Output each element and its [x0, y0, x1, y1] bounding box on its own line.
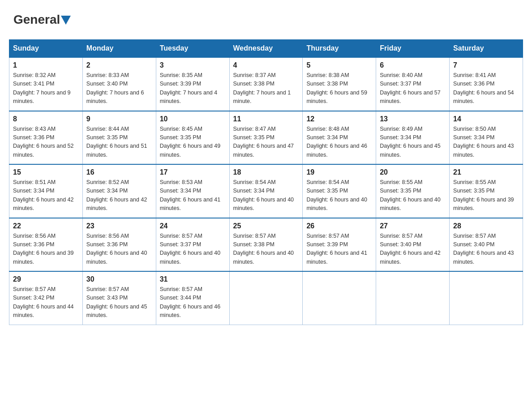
calendar-cell [303, 271, 376, 325]
header-friday: Friday [376, 40, 450, 58]
day-info: Sunrise: 8:43 AMSunset: 3:36 PMDaylight:… [13, 125, 79, 160]
calendar-cell: 23 Sunrise: 8:56 AMSunset: 3:36 PMDaylig… [82, 218, 156, 272]
header-saturday: Saturday [450, 40, 523, 58]
calendar-cell: 1 Sunrise: 8:32 AMSunset: 3:41 PMDayligh… [9, 57, 83, 111]
day-number: 8 [13, 115, 79, 123]
day-number: 9 [86, 115, 152, 123]
day-number: 19 [306, 168, 372, 176]
calendar-cell: 31 Sunrise: 8:57 AMSunset: 3:44 PMDaylig… [156, 271, 229, 325]
day-info: Sunrise: 8:57 AMSunset: 3:37 PMDaylight:… [160, 232, 226, 267]
calendar-cell: 30 Sunrise: 8:57 AMSunset: 3:43 PMDaylig… [82, 271, 156, 325]
calendar-table: SundayMondayTuesdayWednesdayThursdayFrid… [9, 39, 523, 325]
calendar-cell: 24 Sunrise: 8:57 AMSunset: 3:37 PMDaylig… [156, 218, 229, 272]
svg-marker-0 [61, 16, 71, 25]
calendar-cell: 22 Sunrise: 8:56 AMSunset: 3:36 PMDaylig… [9, 218, 83, 272]
day-number: 28 [453, 222, 519, 230]
week-row-5: 29 Sunrise: 8:57 AMSunset: 3:42 PMDaylig… [9, 271, 523, 325]
day-info: Sunrise: 8:33 AMSunset: 3:40 PMDaylight:… [86, 71, 152, 106]
day-info: Sunrise: 8:51 AMSunset: 3:34 PMDaylight:… [13, 178, 79, 213]
day-info: Sunrise: 8:57 AMSunset: 3:40 PMDaylight:… [380, 232, 446, 267]
day-info: Sunrise: 8:55 AMSunset: 3:35 PMDaylight:… [380, 178, 446, 213]
calendar-cell: 10 Sunrise: 8:45 AMSunset: 3:35 PMDaylig… [156, 111, 229, 165]
logo-text-general: General [13, 13, 60, 26]
calendar-cell: 28 Sunrise: 8:57 AMSunset: 3:40 PMDaylig… [450, 218, 523, 272]
day-info: Sunrise: 8:57 AMSunset: 3:43 PMDaylight:… [86, 285, 152, 320]
calendar-cell: 17 Sunrise: 8:53 AMSunset: 3:34 PMDaylig… [156, 164, 229, 218]
day-info: Sunrise: 8:37 AMSunset: 3:38 PMDaylight:… [233, 71, 299, 106]
day-number: 10 [160, 115, 226, 123]
calendar-cell: 21 Sunrise: 8:55 AMSunset: 3:35 PMDaylig… [450, 164, 523, 218]
day-number: 4 [233, 61, 299, 69]
day-info: Sunrise: 8:48 AMSunset: 3:34 PMDaylight:… [306, 125, 372, 160]
calendar-cell: 29 Sunrise: 8:57 AMSunset: 3:42 PMDaylig… [9, 271, 83, 325]
calendar-cell: 6 Sunrise: 8:40 AMSunset: 3:37 PMDayligh… [376, 57, 450, 111]
day-number: 25 [233, 222, 299, 230]
day-info: Sunrise: 8:49 AMSunset: 3:34 PMDaylight:… [380, 125, 446, 160]
week-row-2: 8 Sunrise: 8:43 AMSunset: 3:36 PMDayligh… [9, 111, 523, 165]
day-number: 3 [160, 61, 226, 69]
day-info: Sunrise: 8:57 AMSunset: 3:40 PMDaylight:… [453, 232, 519, 267]
day-number: 18 [233, 168, 299, 176]
day-number: 14 [453, 115, 519, 123]
day-number: 30 [86, 275, 152, 283]
day-info: Sunrise: 8:38 AMSunset: 3:38 PMDaylight:… [306, 71, 372, 106]
day-info: Sunrise: 8:57 AMSunset: 3:42 PMDaylight:… [13, 285, 79, 320]
day-number: 6 [380, 61, 446, 69]
day-info: Sunrise: 8:32 AMSunset: 3:41 PMDaylight:… [13, 71, 79, 106]
week-row-3: 15 Sunrise: 8:51 AMSunset: 3:34 PMDaylig… [9, 164, 523, 218]
calendar-cell: 27 Sunrise: 8:57 AMSunset: 3:40 PMDaylig… [376, 218, 450, 272]
calendar-cell: 25 Sunrise: 8:57 AMSunset: 3:38 PMDaylig… [229, 218, 303, 272]
calendar-cell: 16 Sunrise: 8:52 AMSunset: 3:34 PMDaylig… [82, 164, 156, 218]
day-number: 20 [380, 168, 446, 176]
week-row-1: 1 Sunrise: 8:32 AMSunset: 3:41 PMDayligh… [9, 57, 523, 111]
day-number: 5 [306, 61, 372, 69]
day-number: 21 [453, 168, 519, 176]
day-number: 7 [453, 61, 519, 69]
calendar-cell: 12 Sunrise: 8:48 AMSunset: 3:34 PMDaylig… [303, 111, 376, 165]
header-sunday: Sunday [9, 40, 83, 58]
header-thursday: Thursday [303, 40, 376, 58]
header-wednesday: Wednesday [229, 40, 303, 58]
day-info: Sunrise: 8:54 AMSunset: 3:34 PMDaylight:… [233, 178, 299, 213]
day-info: Sunrise: 8:54 AMSunset: 3:35 PMDaylight:… [306, 178, 372, 213]
calendar-cell: 8 Sunrise: 8:43 AMSunset: 3:36 PMDayligh… [9, 111, 83, 165]
day-info: Sunrise: 8:44 AMSunset: 3:35 PMDaylight:… [86, 125, 152, 160]
day-info: Sunrise: 8:52 AMSunset: 3:34 PMDaylight:… [86, 178, 152, 213]
calendar-cell: 18 Sunrise: 8:54 AMSunset: 3:34 PMDaylig… [229, 164, 303, 218]
header-tuesday: Tuesday [156, 40, 229, 58]
day-info: Sunrise: 8:40 AMSunset: 3:37 PMDaylight:… [380, 71, 446, 106]
logo: General [13, 13, 71, 26]
calendar-cell: 3 Sunrise: 8:35 AMSunset: 3:39 PMDayligh… [156, 57, 229, 111]
calendar-cell: 2 Sunrise: 8:33 AMSunset: 3:40 PMDayligh… [82, 57, 156, 111]
calendar-cell: 13 Sunrise: 8:49 AMSunset: 3:34 PMDaylig… [376, 111, 450, 165]
day-number: 23 [86, 222, 152, 230]
day-number: 11 [233, 115, 299, 123]
day-number: 1 [13, 61, 79, 69]
calendar-cell [229, 271, 303, 325]
day-info: Sunrise: 8:56 AMSunset: 3:36 PMDaylight:… [86, 232, 152, 267]
calendar-cell [376, 271, 450, 325]
calendar-header-row: SundayMondayTuesdayWednesdayThursdayFrid… [9, 40, 523, 58]
calendar-cell: 5 Sunrise: 8:38 AMSunset: 3:38 PMDayligh… [303, 57, 376, 111]
calendar-cell: 7 Sunrise: 8:41 AMSunset: 3:36 PMDayligh… [450, 57, 523, 111]
logo-arrow-icon [61, 16, 71, 25]
day-info: Sunrise: 8:50 AMSunset: 3:34 PMDaylight:… [453, 125, 519, 160]
calendar-cell: 19 Sunrise: 8:54 AMSunset: 3:35 PMDaylig… [303, 164, 376, 218]
day-info: Sunrise: 8:53 AMSunset: 3:34 PMDaylight:… [160, 178, 226, 213]
day-info: Sunrise: 8:47 AMSunset: 3:35 PMDaylight:… [233, 125, 299, 160]
day-number: 27 [380, 222, 446, 230]
page-header: General [9, 9, 523, 30]
day-info: Sunrise: 8:35 AMSunset: 3:39 PMDaylight:… [160, 71, 226, 106]
day-number: 24 [160, 222, 226, 230]
header-monday: Monday [82, 40, 156, 58]
day-number: 22 [13, 222, 79, 230]
day-number: 13 [380, 115, 446, 123]
day-number: 29 [13, 275, 79, 283]
calendar-cell: 9 Sunrise: 8:44 AMSunset: 3:35 PMDayligh… [82, 111, 156, 165]
calendar-cell: 14 Sunrise: 8:50 AMSunset: 3:34 PMDaylig… [450, 111, 523, 165]
day-info: Sunrise: 8:57 AMSunset: 3:39 PMDaylight:… [306, 232, 372, 267]
day-info: Sunrise: 8:57 AMSunset: 3:44 PMDaylight:… [160, 285, 226, 320]
day-number: 2 [86, 61, 152, 69]
day-info: Sunrise: 8:56 AMSunset: 3:36 PMDaylight:… [13, 232, 79, 267]
week-row-4: 22 Sunrise: 8:56 AMSunset: 3:36 PMDaylig… [9, 218, 523, 272]
